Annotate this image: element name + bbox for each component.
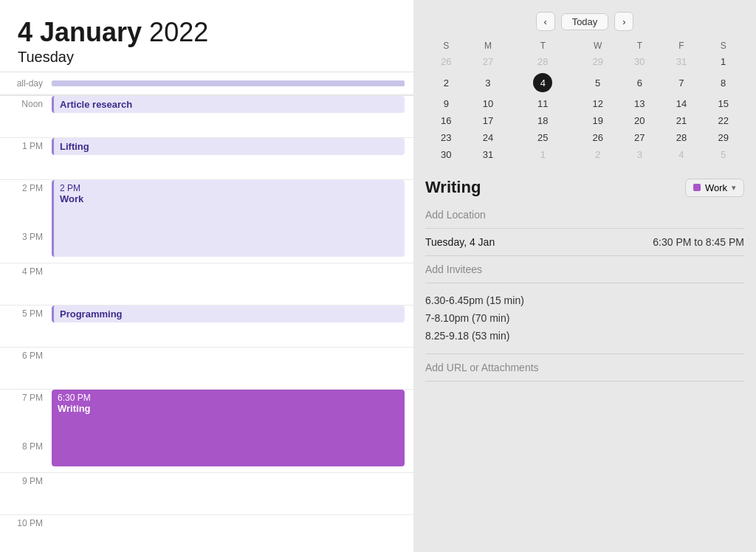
mini-cal-week-row: 9101112131415: [425, 95, 744, 112]
mini-cal-day[interactable]: 2: [577, 146, 619, 163]
mini-cal-day[interactable]: 31: [661, 53, 703, 70]
date-bold: 4 January: [18, 17, 142, 47]
mini-cal-day[interactable]: 24: [467, 129, 509, 146]
mini-cal-day[interactable]: 29: [577, 53, 619, 70]
mini-cal-day[interactable]: 27: [619, 129, 661, 146]
mini-cal-day[interactable]: 27: [467, 53, 509, 70]
mini-cal-day[interactable]: 3: [619, 146, 661, 163]
hour-label-6pm: 6 PM: [0, 348, 52, 361]
mini-cal-day[interactable]: 23: [425, 129, 467, 146]
today-indicator: 4: [533, 73, 552, 92]
date-title: 4 January 2022: [18, 18, 396, 47]
mini-cal-day[interactable]: 14: [661, 95, 703, 112]
mini-cal-day[interactable]: 29: [702, 129, 744, 146]
event-lifting[interactable]: Lifting: [52, 138, 405, 155]
mini-cal-day[interactable]: 17: [467, 112, 509, 129]
mini-cal-day[interactable]: 26: [425, 53, 467, 70]
mini-cal-day[interactable]: 20: [619, 112, 661, 129]
hour-row-noon: Noon Article research: [0, 95, 413, 137]
mini-cal-day[interactable]: 22: [702, 112, 744, 129]
mini-cal-day[interactable]: 1: [509, 146, 577, 163]
mini-cal-day[interactable]: 7: [661, 70, 703, 95]
mini-cal-day[interactable]: 13: [619, 95, 661, 112]
mini-cal-day[interactable]: 4: [509, 70, 577, 95]
mini-cal-day[interactable]: 5: [702, 146, 744, 163]
next-month-button[interactable]: ›: [614, 12, 633, 31]
event-notes: 6.30-6.45pm (15 min) 7-8.10pm (70 min) 8…: [425, 283, 744, 354]
hour-label-4pm: 4 PM: [0, 263, 52, 277]
hour-events-9pm: [52, 473, 405, 514]
mini-cal-day[interactable]: 21: [661, 112, 703, 129]
chevron-down-icon: ▾: [732, 183, 736, 193]
mini-cal-day[interactable]: 1: [702, 53, 744, 70]
today-button[interactable]: Today: [561, 13, 609, 30]
mini-cal-week-row: 23242526272829: [425, 129, 744, 146]
event-writing[interactable]: 6:30 PM Writing: [52, 390, 405, 466]
hour-events-1pm: Lifting: [52, 138, 405, 179]
mini-cal-day[interactable]: 9: [425, 95, 467, 112]
event-programming[interactable]: Programming: [52, 306, 405, 322]
event-detail-title: Writing: [425, 178, 481, 197]
day-header-s2: S: [702, 38, 744, 53]
all-day-row: all-day: [0, 72, 413, 95]
mini-cal-day[interactable]: 6: [619, 70, 661, 95]
calendar-tag-label: Work: [705, 182, 727, 193]
event-detail: Writing Work ▾ Add Location Tuesday, 4 J…: [425, 178, 744, 382]
notes-line1: 6.30-6.45pm (15 min): [425, 292, 744, 310]
prev-month-button[interactable]: ‹: [536, 12, 555, 31]
mini-cal-day[interactable]: 18: [509, 112, 577, 129]
event-work[interactable]: 2 PM Work: [52, 180, 405, 257]
add-location-row[interactable]: Add Location: [425, 201, 744, 229]
mini-cal-day[interactable]: 3: [467, 70, 509, 95]
day-header-t2: T: [619, 38, 661, 53]
add-location-label: Add Location: [425, 209, 486, 221]
mini-cal-day[interactable]: 10: [467, 95, 509, 112]
hour-events-2pm: 2 PM Work: [52, 180, 405, 263]
mini-cal-week-row: 303112345: [425, 146, 744, 163]
mini-cal-day[interactable]: 8: [702, 70, 744, 95]
mini-cal-day[interactable]: 26: [577, 129, 619, 146]
mini-cal-day[interactable]: 31: [467, 146, 509, 163]
calendar-tag[interactable]: Work ▾: [685, 179, 744, 197]
hour-label-9pm: 9 PM: [0, 473, 52, 486]
day-name: Tuesday: [18, 49, 396, 66]
day-header-t1: T: [509, 38, 577, 53]
mini-cal-week-row: 16171819202122: [425, 112, 744, 129]
hour-events-noon: Article research: [52, 96, 405, 137]
mini-cal-week-row: 2627282930311: [425, 53, 744, 70]
mini-cal-day[interactable]: 15: [702, 95, 744, 112]
date-header: 4 January 2022 Tuesday: [0, 0, 413, 72]
hour-events-4pm: [52, 263, 405, 305]
hour-label-5pm: 5 PM: [0, 306, 52, 319]
mini-cal-day[interactable]: 28: [661, 129, 703, 146]
add-url-row[interactable]: Add URL or Attachments: [425, 354, 744, 382]
hour-label-8pm: 8 PM: [0, 403, 52, 452]
mini-cal-day[interactable]: 16: [425, 112, 467, 129]
hour-label-1pm: 1 PM: [0, 138, 52, 151]
mini-cal-day[interactable]: 5: [577, 70, 619, 95]
mini-cal-day[interactable]: 25: [509, 129, 577, 146]
calendar-body: all-day Noon Article research 1 PM Lifti…: [0, 72, 413, 552]
notes-line3: 8.25-9.18 (53 min): [425, 328, 744, 345]
mini-cal-day[interactable]: 11: [509, 95, 577, 112]
add-invitees-label: Add Invitees: [425, 263, 482, 275]
mini-cal-day[interactable]: 30: [619, 53, 661, 70]
mini-cal-day[interactable]: 28: [509, 53, 577, 70]
day-headers-row: S M T W T F S: [425, 38, 744, 53]
mini-cal-week-row: 2345678: [425, 70, 744, 95]
event-article-research[interactable]: Article research: [52, 96, 405, 113]
add-invitees-row[interactable]: Add Invitees: [425, 256, 744, 283]
all-day-label: all-day: [0, 79, 52, 88]
hour-row-2pm: 2 PM 3 PM 2 PM Work: [0, 179, 413, 263]
hour-events-10pm: [52, 515, 405, 552]
day-header-f: F: [661, 38, 703, 53]
hour-row-4pm: 4 PM: [0, 263, 413, 305]
right-panel: ‹ Today › S M T W T F S 2627282930311234…: [413, 0, 756, 552]
mini-cal-day[interactable]: 19: [577, 112, 619, 129]
mini-cal-day[interactable]: 2: [425, 70, 467, 95]
hour-label-3pm: 3 PM: [0, 193, 52, 242]
mini-cal-day[interactable]: 4: [661, 146, 703, 163]
mini-cal-day[interactable]: 30: [425, 146, 467, 163]
day-header-m: M: [467, 38, 509, 53]
mini-cal-day[interactable]: 12: [577, 95, 619, 112]
